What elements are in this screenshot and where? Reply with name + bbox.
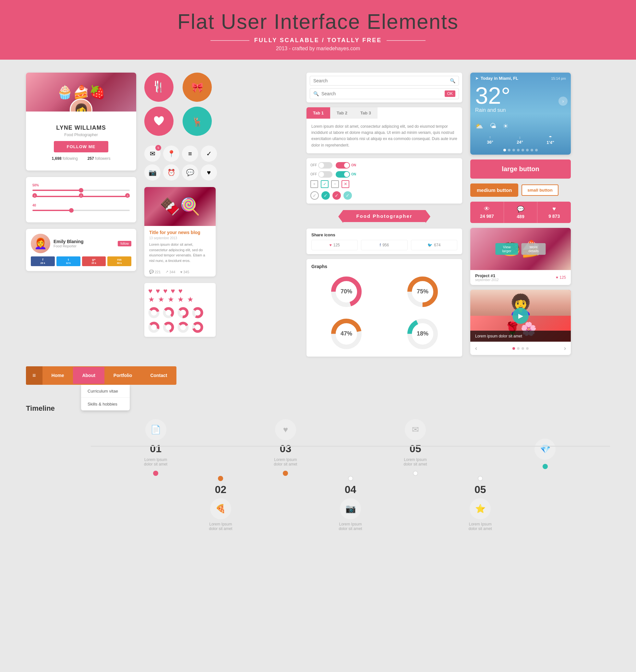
reporter-info: Emily Blaning Food Reporter xyxy=(54,239,115,248)
icon-circle-utensils[interactable]: 🍴 xyxy=(144,73,174,102)
weather-dot-2[interactable] xyxy=(508,149,511,151)
toggle-switch-1[interactable] xyxy=(318,162,333,168)
slider-track-3[interactable] xyxy=(33,210,130,211)
video-play-button[interactable]: ▶ xyxy=(513,308,529,324)
nav-home[interactable]: Home xyxy=(42,367,73,384)
toggle-switch-2[interactable] xyxy=(336,162,350,168)
nav-portfolio[interactable]: Portfolio xyxy=(104,367,141,384)
news-card: 🍫🍭 Title for your news blog 13 septembre… xyxy=(144,187,216,277)
cb-plus[interactable]: + xyxy=(311,180,318,188)
video-dot-2[interactable] xyxy=(517,347,520,350)
tab-2[interactable]: Tab 2 xyxy=(330,107,354,119)
medium-button[interactable]: medium button xyxy=(470,183,518,197)
reporter-follow-button[interactable]: follow xyxy=(118,241,131,246)
slider-handle-3[interactable] xyxy=(69,208,74,213)
weather-dot-7[interactable] xyxy=(531,149,533,151)
small-icon-check[interactable]: ✓ xyxy=(201,146,217,162)
weather-high-val: 36° xyxy=(487,140,493,145)
hamburger-menu[interactable]: ≡ xyxy=(26,366,42,385)
slider-tick-1[interactable]: 1 xyxy=(33,193,37,198)
slider-tick-2[interactable]: 2 xyxy=(79,193,83,198)
timeline-node-1 xyxy=(153,471,158,476)
check-empty-1[interactable]: ✓ xyxy=(311,191,319,200)
social-facebook-button[interactable]: f26 k xyxy=(31,257,55,266)
weather-dot-5[interactable] xyxy=(521,149,524,151)
small-button[interactable]: small button xyxy=(521,184,558,196)
weather-time: 15:14 pm xyxy=(551,77,566,80)
small-icon-menu[interactable]: ≡ xyxy=(182,146,198,162)
icon-circle-deer[interactable]: 🦌 xyxy=(183,107,212,136)
toggle-switch-4[interactable] xyxy=(336,171,350,178)
weather-dot-4[interactable] xyxy=(517,149,520,151)
search-ok-button[interactable]: OK xyxy=(445,90,455,97)
weather-next-button[interactable]: › xyxy=(558,97,568,106)
cb-x[interactable]: ✕ xyxy=(341,180,349,188)
timeline-node-2 xyxy=(218,476,223,481)
weather-dot-8[interactable] xyxy=(535,149,538,151)
toggle-switch-3[interactable] xyxy=(318,171,333,178)
video-prev-button[interactable]: ‹ xyxy=(475,345,477,352)
video-dot-4[interactable] xyxy=(526,347,529,350)
small-icon-chat[interactable]: 💬 xyxy=(182,164,198,181)
reporter-role: Food Reporter xyxy=(54,244,115,248)
small-icon-email[interactable]: ✉ 5 xyxy=(144,146,161,162)
video-dot-3[interactable] xyxy=(521,347,524,350)
timeline-num-4: 04 xyxy=(345,484,356,496)
more-details-button[interactable]: More details xyxy=(521,243,546,255)
graphs-grid: 70% 75% xyxy=(311,274,457,352)
small-icon-location[interactable]: 📍 xyxy=(163,146,179,162)
weather-low-val: 24° xyxy=(517,140,523,145)
slider-handle-1[interactable] xyxy=(79,188,83,192)
check-pink-1[interactable]: ✓ xyxy=(333,191,341,200)
nav-about[interactable]: About xyxy=(73,367,104,384)
heart-icon: ♥ xyxy=(330,243,332,247)
timeline-end: 💎 xyxy=(480,439,610,469)
nav-dropdown: Curriculum vitae Skills & hobbies xyxy=(81,385,130,410)
slider-tick-3[interactable]: 3 xyxy=(125,193,130,198)
share-heart-button[interactable]: ♥ 125 xyxy=(311,240,358,250)
weather-dot-1[interactable] xyxy=(503,149,506,151)
nav-contact[interactable]: Contact xyxy=(141,367,176,384)
video-next-button[interactable]: › xyxy=(564,345,566,352)
social-rss-button[interactable]: rss68 k xyxy=(107,257,131,266)
small-icon-camera[interactable]: 📷 xyxy=(144,164,161,181)
small-icon-clock[interactable]: ⏰ xyxy=(163,164,179,181)
icon-circle-heart[interactable] xyxy=(144,107,174,136)
search-input-2[interactable] xyxy=(321,91,442,96)
search-input-1[interactable] xyxy=(313,78,447,83)
view-larger-button[interactable]: View larger xyxy=(496,243,518,255)
cb-checked[interactable]: ✓ xyxy=(321,180,329,188)
social-googleplus-button[interactable]: g+35 k xyxy=(82,257,106,266)
search-icon[interactable]: 🔍 xyxy=(450,78,455,83)
search-section: 🔍 🔍 OK xyxy=(306,73,462,102)
profile-stats: 1,698 following 257 followers xyxy=(33,156,130,166)
large-button[interactable]: large button xyxy=(470,160,571,179)
icon-circle-bow[interactable]: 🎀 xyxy=(183,73,212,102)
column-3 xyxy=(224,73,298,357)
share-twitter-button[interactable]: 🐦 674 xyxy=(411,240,457,250)
timeline-text-5: Lorem Ipsumdolor sit amet xyxy=(404,457,427,467)
project-title: Project #1 xyxy=(475,273,498,278)
social-twitter-button[interactable]: t12 k xyxy=(56,257,80,266)
timeline-num-3: 03 xyxy=(280,443,292,455)
project-date: september 2012 xyxy=(475,278,498,282)
follow-button[interactable]: FOLLOW ME xyxy=(54,141,108,152)
toggle-off-label-2: OFF xyxy=(311,172,317,176)
timeline-node-5b xyxy=(478,476,483,481)
small-icon-heart[interactable]: ♥ xyxy=(201,164,217,181)
dropdown-skills[interactable]: Skills & hobbies xyxy=(81,398,130,410)
cb-minus[interactable]: − xyxy=(331,180,339,188)
dropdown-cv[interactable]: Curriculum vitae xyxy=(81,385,130,398)
weather-dot-6[interactable] xyxy=(526,149,529,151)
graphs-title: Graphs xyxy=(311,264,457,269)
timeline-section: Timeline 📄 01 Lorem Ipsumdolor sit amet xyxy=(26,391,610,531)
share-facebook-button[interactable]: f 956 xyxy=(361,240,408,250)
weather-dot-3[interactable] xyxy=(513,149,515,151)
check-green-1[interactable]: ✓ xyxy=(321,191,330,200)
check-teal-1[interactable]: ✓ xyxy=(343,191,352,200)
slider-value: 40 xyxy=(33,204,130,211)
tab-3[interactable]: Tab 3 xyxy=(354,107,378,119)
video-dot-1[interactable] xyxy=(513,347,515,350)
slider-track-1[interactable] xyxy=(33,190,130,191)
tab-1[interactable]: Tab 1 xyxy=(306,107,330,119)
